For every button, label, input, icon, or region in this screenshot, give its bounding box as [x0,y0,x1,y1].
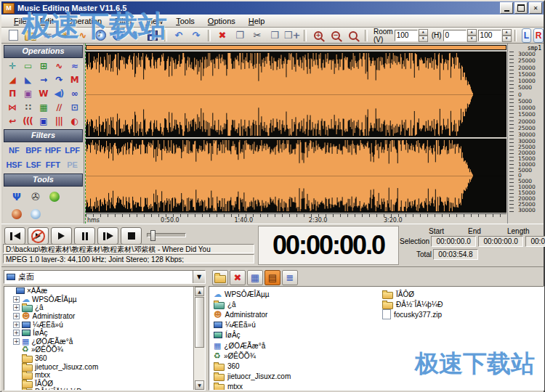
zoom-fit-button[interactable] [344,28,362,43]
delete-button[interactable]: ✖ [214,28,231,43]
tree-item[interactable]: +☁WPSÔÆÎÄµµ [4,295,205,304]
filter-button-nf[interactable]: NF [4,146,24,155]
operation-icon[interactable]: ▣ [36,115,51,126]
file-list-item[interactable]: mtxx [214,382,291,391]
file-list[interactable]: ☁WPSÔÆÎÄµµ¿â☻Administrator¼ÆËã»úÍøÂç▦¿ØÖ… [209,286,544,391]
folder-tree[interactable]: ×ÀÃæ+☁WPSÔÆÎÄµµ+¿â+☻Administrator+¼ÆËã»ú… [4,286,206,391]
maximize-button[interactable] [514,2,528,14]
filter-button-bpf[interactable]: BPF [24,146,44,155]
pause-button[interactable] [74,227,95,245]
go-to-start-button[interactable] [4,227,25,245]
file-list-item[interactable]: ÍøÂç [214,330,291,340]
operations-header[interactable]: Operations [4,45,83,58]
file-list-item[interactable]: ♻»ØÊÕÕ¾ [214,351,291,361]
play-button[interactable] [51,227,72,245]
left-channel-button[interactable]: L [522,28,532,43]
paste-new-button[interactable]: ❒+ [283,28,301,43]
file-list-item[interactable]: ☻Administrator [214,309,291,319]
microphone-tool[interactable]: Ψ [7,191,26,203]
operation-icon[interactable]: ◢ [4,74,20,85]
zoom-h1-spinner[interactable]: 0 ▲▼ [443,29,477,42]
menu-item-filter[interactable]: Filter [108,15,139,27]
stop-button[interactable] [121,227,142,245]
operation-icon[interactable]: ↷ [51,74,66,85]
waveform-channel-right[interactable] [86,139,506,213]
zoom-h2-spinner[interactable]: 100 ▲▼ [478,29,512,42]
operation-icon[interactable]: ⊡ [67,102,82,113]
expand-plus-icon[interactable]: + [13,330,20,336]
tree-item[interactable]: mtxx [4,371,205,380]
filter-button-pe[interactable]: PE [62,160,82,169]
close-button[interactable]: ✕ [529,2,542,14]
operation-icon[interactable]: ◐ [67,115,82,126]
zoom-v-value[interactable]: 100 [395,30,418,41]
operation-icon[interactable]: ✛ [4,60,20,71]
delete-file-button[interactable]: ✖ [230,270,246,285]
file-list-item[interactable]: focusky377.zip [382,309,443,319]
copy-button[interactable]: ❐ [231,28,249,43]
waveform-area[interactable]: hms 0:50.01:40.02:30.03:20.0 [85,44,506,224]
tree-item[interactable]: 360 [4,354,205,363]
tree-item[interactable]: +¿â [4,303,205,312]
filters-header[interactable]: Filters [4,129,83,142]
up-folder-button[interactable] [212,270,228,285]
tree-item[interactable]: jietuocr_Jisuxz.com [4,362,205,371]
zoom-h2-value[interactable]: 100 [478,30,501,41]
menu-item-file[interactable]: File [7,15,33,27]
operation-icon[interactable]: ⊞ [36,60,51,71]
operation-icon[interactable]: ((( [20,115,35,126]
cd-tool[interactable] [26,208,45,220]
tree-item[interactable]: +☻Administrator [4,312,205,321]
cut-button[interactable]: ✂ [249,28,266,43]
tree-item[interactable]: +¼ÆËã»ú [4,320,205,329]
filter-button-fft[interactable]: FFT [44,160,63,169]
audio-cd-button[interactable] [92,28,109,43]
view-list-button[interactable]: ≡ [282,270,298,285]
expand-plus-icon[interactable]: + [13,304,20,311]
paste-button[interactable]: ❒ [266,28,283,43]
menu-item-help[interactable]: Help [242,15,272,27]
operation-icon[interactable]: ↩ [4,115,20,126]
operation-icon[interactable]: ◀) [51,88,66,99]
filter-button-hpf[interactable]: HPF [44,146,63,155]
edit-button[interactable]: ✎ [126,28,144,43]
film-tool[interactable]: ✇ [26,191,45,203]
tree-item[interactable]: ♻»ØÊÕÕ¾ [4,346,205,354]
waveform-channel-left[interactable] [86,52,506,137]
overview-strip[interactable] [86,45,506,50]
filter-button-hsf[interactable]: HSF [4,160,24,169]
file-list-item[interactable]: jietuocr_Jisuxz.com [214,372,291,382]
right-channel-button[interactable]: R [533,28,544,43]
waveform-button[interactable]: ∿ [74,28,92,43]
expand-plus-icon[interactable]: + [13,296,20,303]
file-list-item[interactable]: ÏÂÔØ [382,289,443,299]
operation-icon[interactable]: ∕∕ [51,102,66,113]
operation-icon[interactable]: ||| [51,115,66,126]
open-file-button[interactable] [22,28,39,43]
time-ruler[interactable]: hms 0:50.01:40.02:30.03:20.0 [86,213,506,224]
file-list-item[interactable]: ÐÂ½¨ÎÄ¼þ¼Ð [382,299,443,309]
volume-slider[interactable] [147,233,186,237]
filter-button-lsf[interactable]: LSF [24,160,44,169]
zoom-in-button[interactable]: + [310,28,327,43]
file-list-item[interactable]: ¿â [214,299,291,309]
menu-item-view[interactable]: View [140,15,170,27]
expand-plus-icon[interactable]: + [13,338,20,345]
operation-icon[interactable]: Π [4,88,20,99]
operation-icon[interactable]: M [67,74,82,85]
tree-item[interactable]: +ÍøÂç [4,329,205,338]
menu-item-edit[interactable]: Edit [33,15,60,27]
menu-item-tools[interactable]: Tools [169,15,201,27]
operation-icon[interactable]: W [36,88,51,99]
spinner-arrows-icon[interactable]: ▲▼ [419,29,428,42]
operation-icon[interactable]: ∿ [51,60,66,71]
zoom-h1-value[interactable]: 0 [443,30,467,41]
loop-play-button[interactable] [28,227,49,245]
operation-icon[interactable]: ≈ [67,60,82,71]
redo-button[interactable]: ↷ [187,28,205,43]
spinner-arrows-icon[interactable]: ▲▼ [502,29,512,42]
tree-item[interactable]: ÏÂÔØ [4,380,205,388]
undo-button[interactable]: ↶ [170,28,187,43]
web-tool[interactable] [45,191,64,203]
zoom-v-spinner[interactable]: 100 ▲▼ [395,29,428,42]
